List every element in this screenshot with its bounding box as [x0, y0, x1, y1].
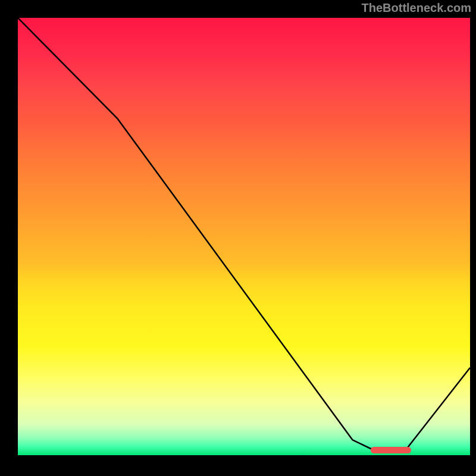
chart-container: TheBottleneck.com	[0, 0, 476, 476]
bottleneck-curve	[18, 18, 470, 455]
watermark-text: TheBottleneck.com	[362, 1, 471, 15]
plot-area	[18, 18, 470, 455]
optimal-range-marker	[371, 447, 411, 453]
curve-line	[18, 18, 470, 449]
